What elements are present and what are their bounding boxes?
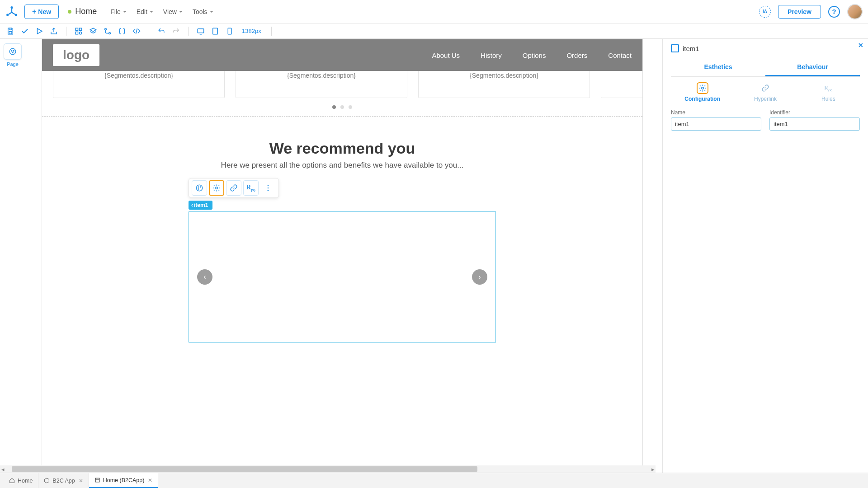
name-input[interactable] (671, 117, 761, 131)
rules-icon[interactable]: R(x) (243, 180, 259, 196)
nav-history[interactable]: History (481, 52, 502, 59)
redo-icon[interactable] (171, 26, 181, 36)
check-icon[interactable] (20, 26, 30, 36)
top-bar: +New Home File Edit View Tools IA Previe… (0, 0, 868, 23)
identifier-field-group: Identifier (769, 109, 860, 131)
svg-point-25 (268, 190, 269, 191)
play-icon[interactable] (34, 26, 44, 36)
subtab-rules[interactable]: R(x) Rules (797, 82, 860, 102)
mobile-icon[interactable] (225, 26, 235, 36)
section-subtitle: Here we present all the options and bene… (60, 161, 624, 170)
svg-point-0 (10, 6, 13, 9)
config-form: Name Identifier (671, 109, 860, 131)
more-icon[interactable] (260, 180, 276, 196)
page-icon (94, 477, 100, 483)
menu-view[interactable]: View (163, 8, 183, 15)
undo-icon[interactable] (156, 26, 166, 36)
svg-rect-3 (9, 28, 12, 30)
rules-icon: R(x) (822, 82, 834, 94)
panel-header: item1 (671, 44, 860, 57)
new-button[interactable]: +New (24, 5, 59, 19)
svg-rect-13 (228, 28, 231, 34)
page-thumbnail[interactable] (4, 43, 22, 60)
tab-esthetics[interactable]: Esthetics (671, 59, 765, 76)
page-label: Page (4, 61, 22, 67)
svg-point-1 (6, 14, 9, 16)
menu-edit[interactable]: Edit (137, 8, 153, 15)
ia-badge-icon[interactable]: IA (759, 6, 771, 18)
horizontal-scrollbar[interactable]: ◂ ▸ (0, 465, 656, 473)
nav-options[interactable]: Options (523, 52, 546, 59)
svg-point-18 (196, 185, 203, 191)
tablet-icon[interactable] (210, 26, 220, 36)
subtab-configuration[interactable]: Configuration (671, 82, 734, 102)
tab-label: B2C App (52, 478, 75, 484)
preview-button[interactable]: Preview (778, 5, 821, 19)
menu-file[interactable]: File (110, 8, 127, 15)
panel-title: item1 (683, 45, 699, 52)
identifier-input[interactable] (769, 117, 860, 131)
site-nav: About Us History Options Orders Contact (432, 52, 632, 59)
nav-contact[interactable]: Contact (608, 52, 632, 59)
svg-rect-11 (198, 28, 204, 33)
user-avatar[interactable] (847, 4, 863, 19)
tab-label: Home (18, 478, 33, 484)
gear-icon (697, 82, 708, 94)
svg-rect-4 (9, 31, 12, 33)
svg-point-24 (268, 188, 269, 189)
site-logo: logo (53, 44, 99, 66)
link-icon[interactable] (226, 180, 241, 196)
desktop-icon[interactable] (196, 26, 206, 36)
checkbox-icon[interactable] (671, 44, 679, 52)
bottom-tab-bar: Home B2C App ✕ Home (B2CApp) ✕ (0, 473, 868, 488)
help-icon[interactable]: ? (828, 6, 840, 18)
close-icon[interactable]: ✕ (79, 478, 83, 484)
components-icon[interactable] (74, 26, 84, 36)
git-icon[interactable] (103, 26, 113, 36)
nav-about[interactable]: About Us (432, 52, 460, 59)
palette-icon[interactable] (192, 180, 207, 196)
crumb-label: item1 (194, 202, 208, 208)
close-icon[interactable]: ✕ (148, 477, 152, 483)
gear-icon[interactable] (209, 180, 224, 196)
bottom-tab-app[interactable]: B2C App ✕ (38, 473, 89, 488)
document-title: Home (75, 7, 97, 16)
carousel-next-icon[interactable]: › (472, 269, 487, 285)
subtab-label: Hyperlink (754, 96, 777, 102)
svg-rect-5 (75, 28, 78, 30)
selected-item-box[interactable]: ‹ › (189, 211, 496, 343)
name-field-group: Name (671, 109, 761, 131)
tab-behaviour[interactable]: Behaviour (765, 59, 860, 76)
dot-icon[interactable] (349, 105, 352, 109)
menu-tools[interactable]: Tools (193, 8, 213, 15)
dot-icon[interactable] (332, 105, 336, 109)
braces-icon[interactable] (117, 26, 127, 36)
export-icon[interactable] (49, 26, 59, 36)
subtab-label: Configuration (684, 96, 720, 102)
svg-point-2 (15, 14, 17, 16)
svg-rect-7 (75, 32, 78, 34)
carousel-prev-icon[interactable]: ‹ (197, 269, 212, 285)
selection-breadcrumb[interactable]: ‹ item1 (189, 201, 212, 210)
bottom-tab-home[interactable]: Home (4, 473, 38, 488)
code-icon[interactable] (132, 26, 142, 36)
left-rail: Page (0, 39, 33, 473)
canvas-scroll[interactable]: logo About Us History Options Orders Con… (33, 39, 662, 473)
properties-panel: ✕ item1 Esthetics Behaviour Configuratio… (662, 39, 868, 473)
svg-point-26 (701, 87, 703, 89)
subtab-label: Rules (821, 96, 835, 102)
segment-desc: {Segmentos.description} (104, 72, 173, 79)
svg-point-14 (9, 48, 16, 55)
recommend-section: We recommend you Here we present all the… (42, 119, 642, 361)
design-canvas[interactable]: logo About Us History Options Orders Con… (42, 39, 643, 473)
subtab-hyperlink[interactable]: Hyperlink (734, 82, 797, 102)
name-label: Name (671, 109, 761, 116)
layers-icon[interactable] (88, 26, 98, 36)
dot-icon[interactable] (340, 105, 344, 109)
bottom-tab-page[interactable]: Home (B2CApp) ✕ (89, 473, 159, 488)
close-icon[interactable]: ✕ (858, 42, 863, 49)
svg-point-19 (198, 187, 199, 188)
scrollbar-thumb[interactable] (12, 466, 477, 472)
save-icon[interactable] (5, 26, 15, 36)
nav-orders[interactable]: Orders (566, 52, 587, 59)
